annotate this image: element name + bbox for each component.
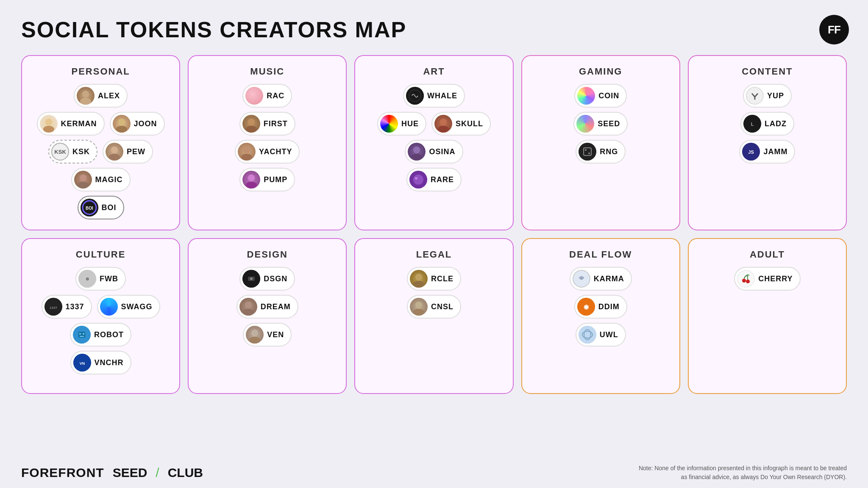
card-content: CONTENT YUP: [688, 55, 847, 230]
token-list-design: DSGN DREAM VEN: [197, 267, 337, 347]
svg-point-32: [747, 88, 763, 104]
token-swagg[interactable]: SWAGG: [97, 295, 160, 319]
card-gaming: GAMING COIN SEED: [521, 55, 680, 230]
card-music: MUSIC RAC FIRST: [188, 55, 347, 230]
label-hue: HUE: [401, 119, 419, 128]
avatar-magic: [74, 171, 92, 189]
token-pump[interactable]: PUMP: [239, 168, 295, 191]
avatar-joon: [113, 115, 131, 133]
svg-point-67: [742, 279, 746, 283]
avatar-boi: BOI: [81, 199, 98, 216]
label-ladz: LADZ: [765, 119, 787, 128]
label-rng: RNG: [600, 147, 618, 156]
token-first[interactable]: FIRST: [239, 112, 295, 136]
token-cnsl[interactable]: CNSL: [407, 295, 461, 319]
token-whale[interactable]: WHALE: [403, 84, 465, 108]
svg-point-22: [438, 126, 449, 133]
svg-point-1: [80, 98, 91, 105]
svg-rect-46: [80, 336, 84, 337]
token-alex[interactable]: ALEX: [74, 84, 128, 108]
avatar-whale: [406, 87, 424, 105]
svg-point-68: [746, 280, 750, 283]
token-rac[interactable]: RAC: [242, 84, 292, 108]
category-title-gaming: GAMING: [579, 66, 622, 77]
token-pew[interactable]: PEW: [103, 140, 153, 164]
token-ksk[interactable]: KSK KSK: [48, 140, 97, 164]
avatar-1337: 1337: [45, 298, 62, 316]
svg-point-3: [43, 126, 54, 133]
token-rng[interactable]: RNG: [576, 140, 626, 164]
category-title-adult: ADULT: [750, 249, 785, 260]
avatar-hue: [380, 115, 398, 133]
token-1337[interactable]: 1337 1337: [42, 295, 92, 319]
token-karma[interactable]: KARMA: [570, 267, 632, 291]
avatar-seed: [576, 115, 594, 133]
category-title-culture: CULTURE: [76, 249, 125, 260]
label-swagg: SWAGG: [121, 302, 153, 311]
svg-point-6: [111, 147, 118, 153]
label-cnsl: CNSL: [431, 302, 453, 311]
token-yup[interactable]: YUP: [743, 84, 792, 108]
token-ven[interactable]: VEN: [243, 323, 292, 347]
token-seed[interactable]: SEED: [573, 112, 628, 136]
svg-point-4: [118, 119, 125, 125]
label-rare: RARE: [431, 175, 454, 184]
label-rcle: RCLE: [431, 274, 453, 283]
footer-forefront: FOREFRONT: [21, 466, 104, 480]
svg-point-7: [109, 154, 120, 161]
token-list-culture: ⚙ FWB 1337 1337: [31, 267, 171, 374]
token-boi[interactable]: BOI BOI: [78, 196, 124, 219]
token-hue[interactable]: HUE: [377, 112, 426, 136]
token-magic[interactable]: MAGIC: [71, 168, 131, 191]
token-joon[interactable]: JOON: [110, 112, 165, 136]
svg-point-21: [440, 119, 447, 125]
token-ddim[interactable]: ◉ DDIM: [574, 295, 627, 319]
avatar-dream: [239, 298, 257, 316]
token-list-dealflow: KARMA ◉ DDIM: [531, 267, 671, 347]
label-dream: DREAM: [261, 302, 291, 311]
token-ladz[interactable]: L LADZ: [740, 112, 794, 136]
svg-point-30: [585, 149, 587, 151]
svg-point-5: [116, 126, 127, 133]
label-first: FIRST: [264, 119, 288, 128]
token-list-legal: RCLE CNSL: [364, 267, 504, 319]
token-jamm[interactable]: JS JAMM: [739, 140, 795, 164]
card-legal: LEGAL RCLE CNSL: [354, 238, 513, 394]
token-coin[interactable]: COIN: [574, 84, 627, 108]
avatar-alex: [77, 87, 95, 105]
token-list-art: WHALE HUE SKULL: [364, 84, 504, 191]
avatar-swagg: [100, 298, 118, 316]
avatar-rcle: [410, 270, 428, 288]
avatar-yup: [746, 87, 764, 105]
token-skull[interactable]: SKULL: [431, 112, 491, 136]
svg-point-66: [738, 271, 754, 287]
token-uwl[interactable]: UWL: [576, 323, 626, 347]
avatar-coin: [577, 87, 595, 105]
card-dealflow: DEAL FLOW KARMA: [521, 238, 680, 394]
svg-point-54: [251, 330, 258, 336]
footer-club: CLUB: [168, 466, 203, 480]
page-title: SOCIAL TOKENS CREATORS MAP: [0, 0, 868, 51]
label-1337: 1337: [66, 302, 84, 311]
token-rare[interactable]: RARE: [406, 168, 462, 191]
token-kerman[interactable]: KERMAN: [37, 112, 105, 136]
avatar-pew: [106, 143, 123, 161]
svg-point-16: [241, 154, 252, 161]
token-yachty[interactable]: YACHTY: [235, 140, 300, 164]
svg-point-28: [579, 143, 596, 161]
svg-point-53: [243, 309, 254, 316]
token-cherry[interactable]: CHERRY: [734, 267, 800, 291]
label-ven: VEN: [267, 330, 284, 339]
token-fwb[interactable]: ⚙ FWB: [75, 267, 126, 291]
footer-brands: FOREFRONT SEED/CLUB: [21, 466, 203, 480]
svg-point-13: [248, 119, 255, 125]
token-robot[interactable]: ROBOT: [70, 323, 131, 347]
footer: FOREFRONT SEED/CLUB Note: None of the in…: [0, 458, 868, 488]
token-rcle[interactable]: RCLE: [407, 267, 461, 291]
avatar-ladz: L: [743, 115, 761, 133]
label-cherry: CHERRY: [758, 274, 793, 283]
token-vnchr[interactable]: VN VNCHR: [70, 351, 131, 374]
token-dsgn[interactable]: DSGN: [239, 267, 295, 291]
token-osina[interactable]: OSINA: [405, 140, 463, 164]
token-dream[interactable]: DREAM: [236, 295, 298, 319]
